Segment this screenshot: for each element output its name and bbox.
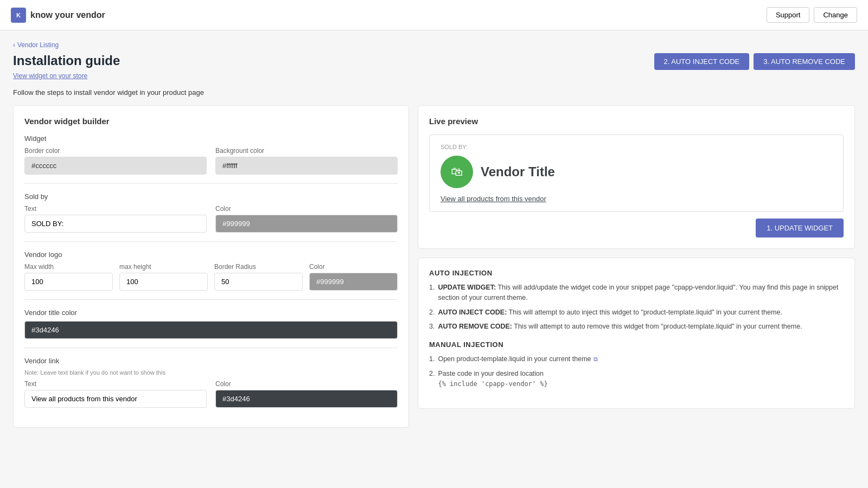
svg-text:🛍: 🛍 [451, 165, 463, 178]
border-color-label: Border color [24, 147, 207, 155]
vendor-info: 🛍 Vendor Title [441, 156, 832, 188]
page-header-buttons: 2. AUTO INJECT CODE 3. AUTO REMOVE CODE [654, 53, 855, 70]
instructions-panel: AUTO INJECTION 1. UPDATE WIDGET: This wi… [418, 258, 855, 409]
main-layout: Vendor widget builder Widget Border colo… [13, 105, 855, 428]
vendor-title-section: Vendor title color [24, 309, 398, 339]
code-snippet: {% include 'cpapp-vendor' %} [438, 380, 547, 388]
right-panel: Live preview SOLD BY: 🛍 Vendor Title Vie… [418, 105, 855, 409]
left-panel: Vendor widget builder Widget Border colo… [13, 105, 409, 428]
manual-injection-item-1: 1. Open product-template.liquid in your … [429, 354, 844, 364]
widget-section: Widget Border color Backgrount color [24, 134, 398, 175]
change-button[interactable]: Change [814, 7, 857, 23]
preview-title: Live preview [429, 117, 844, 126]
widget-preview: SOLD BY: 🛍 Vendor Title View all product… [429, 134, 844, 212]
max-height-col: max height [119, 263, 208, 291]
vendor-logo-row: Max width max height Border Radius Color [24, 263, 398, 291]
widget-colors-row: Border color Backgrount color [24, 147, 398, 175]
auto-remove-button[interactable]: 3. AUTO REMOVE CODE [754, 53, 855, 70]
border-color-col: Border color [24, 147, 207, 175]
max-height-label: max height [119, 263, 208, 271]
nav-right: Support Change [767, 7, 857, 23]
border-radius-col: Border Radius [214, 263, 303, 291]
vendor-logo-label: Vendor logo [24, 251, 398, 259]
vendor-link-color-input[interactable] [215, 390, 398, 408]
manual-injection-list: 1. Open product-template.liquid in your … [429, 354, 844, 389]
vendor-logo-color-input[interactable] [309, 273, 398, 291]
max-width-label: Max width [24, 263, 113, 271]
vendor-logo-color-col: Color [309, 263, 398, 291]
vendor-title-label: Vendor title color [24, 309, 398, 317]
vendor-logo-circle: 🛍 [441, 156, 473, 188]
vendor-link-text-input[interactable] [24, 390, 207, 408]
bg-color-col: Backgrount color [215, 147, 398, 175]
vendor-link-section-label: Vendor link [24, 357, 398, 365]
bg-color-label: Backgrount color [215, 147, 398, 155]
vendor-title: Vendor Title [481, 164, 555, 179]
auto-injection-item-2: 2. AUTO INJECT CODE: This will attempt t… [429, 307, 844, 318]
page-header: Installation guide 2. AUTO INJECT CODE 3… [13, 53, 855, 70]
max-width-col: Max width [24, 263, 113, 291]
support-button[interactable]: Support [767, 7, 810, 23]
border-color-input[interactable] [24, 157, 207, 175]
sold-by-color-col: Color [215, 205, 398, 233]
app-title: know your vendor [30, 10, 105, 20]
manual-injection-title: MANUAL INJECTION [429, 341, 844, 349]
install-instruction: Follow the steps to install vendor widge… [13, 88, 855, 97]
vendor-link-row: Text Color [24, 380, 398, 408]
vendor-logo-section: Vendor logo Max width max height Border … [24, 251, 398, 291]
sold-by-color-label: Color [215, 205, 398, 213]
breadcrumb[interactable]: ‹ Vendor Listing [13, 41, 855, 49]
widget-section-label: Widget [24, 134, 398, 143]
vendor-link-text-col: Text [24, 380, 207, 408]
auto-injection-title: AUTO INJECTION [429, 269, 844, 277]
vendor-link-color-label: Color [215, 380, 398, 388]
max-width-input[interactable] [24, 273, 113, 291]
update-widget-button[interactable]: 1. UPDATE WIDGET [756, 219, 844, 237]
auto-inject-button[interactable]: 2. AUTO INJECT CODE [654, 53, 750, 70]
vendor-title-color-input[interactable] [24, 321, 398, 339]
breadcrumb-label: Vendor Listing [17, 41, 59, 49]
page-title: Installation guide [13, 53, 120, 68]
manual-injection-item-2: 2. Paste code in your desired location {… [429, 369, 844, 389]
sold-by-text-label: Text [24, 205, 207, 213]
vendor-logo-color-label: Color [309, 263, 398, 271]
vendor-link-section: Vendor link Note: Leave text blank if yo… [24, 357, 398, 408]
sold-by-text-input[interactable] [24, 215, 207, 233]
app-icon: K [11, 8, 26, 23]
sold-by-section-label: Sold by [24, 192, 398, 201]
preview-sold-by: SOLD BY: [441, 144, 832, 150]
bg-color-input[interactable] [215, 157, 398, 175]
sold-by-section: Sold by Text Color [24, 192, 398, 233]
nav-left: K know your vendor [11, 8, 105, 23]
preview-panel: Live preview SOLD BY: 🛍 Vendor Title Vie… [418, 105, 855, 249]
auto-injection-list: 1. UPDATE WIDGET: This will add/update t… [429, 282, 844, 332]
vendor-link-text-label: Text [24, 380, 207, 388]
vendor-link-note: Note: Leave text blank if you do not wan… [24, 369, 398, 376]
vendor-link-color-col: Color [215, 380, 398, 408]
auto-injection-item-1: 1. UPDATE WIDGET: This will add/update t… [429, 282, 844, 303]
external-link-icon[interactable]: ⧉ [593, 355, 598, 364]
shopify-logo-icon: 🛍 [446, 161, 468, 183]
top-nav: K know your vendor Support Change [0, 0, 868, 30]
view-store-link[interactable]: View widget on your store [13, 72, 855, 80]
auto-injection-item-3: 3. AUTO REMOVE CODE: This will attempt t… [429, 322, 844, 332]
vendor-link-preview[interactable]: View all products from this vendor [441, 195, 546, 203]
sold-by-text-col: Text [24, 205, 207, 233]
border-radius-label: Border Radius [214, 263, 303, 271]
border-radius-input[interactable] [214, 273, 303, 291]
sold-by-row: Text Color [24, 205, 398, 233]
breadcrumb-arrow: ‹ [13, 41, 15, 49]
page-content: ‹ Vendor Listing Installation guide 2. A… [0, 30, 868, 439]
max-height-input[interactable] [119, 273, 208, 291]
sold-by-color-input[interactable] [215, 215, 398, 233]
widget-builder-title: Vendor widget builder [24, 117, 398, 126]
